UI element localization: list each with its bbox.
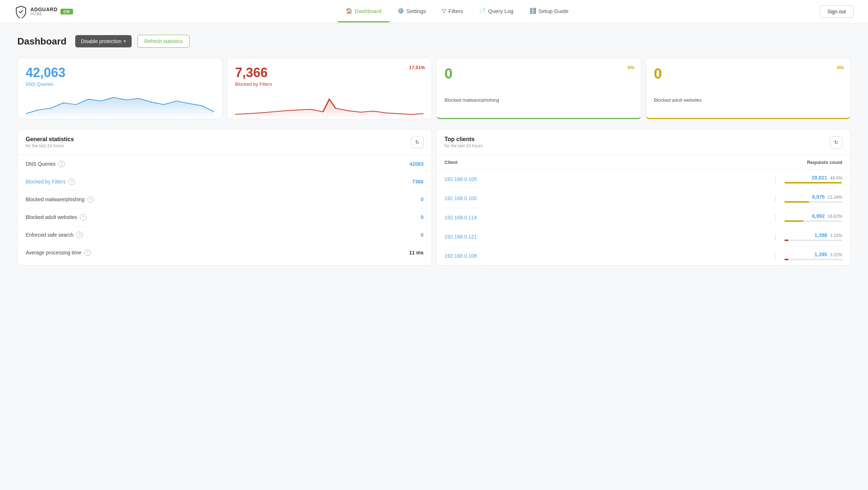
dashboard-header: Dashboard Disable protection ▾ Refresh s…	[17, 35, 851, 48]
client-bar-fill	[784, 220, 804, 222]
client-ip[interactable]: 192.168.0.105	[444, 176, 766, 182]
stats-row-dns-queries: DNS Queries ? 42063	[18, 155, 431, 173]
client-ip[interactable]: 192.168.0.121	[444, 234, 766, 240]
client-count-percent: 49.5%	[830, 176, 842, 181]
general-stats-header: General statistics for the last 24 hours…	[18, 130, 431, 155]
clients-table-header: Client Requests count	[437, 155, 850, 170]
client-menu-icon[interactable]: ⋮	[771, 233, 780, 241]
filter-icon: ▽	[442, 8, 446, 14]
client-count-number: 1,398	[814, 232, 827, 238]
client-menu-icon[interactable]: ⋮	[771, 252, 780, 260]
nav-setup-guide[interactable]: ℹ️ Setup Guide	[522, 0, 576, 22]
disable-protection-button[interactable]: Disable protection ▾	[75, 35, 132, 47]
sign-out-button[interactable]: Sign out	[820, 5, 854, 18]
safe-search-help-icon[interactable]: ?	[76, 232, 83, 238]
client-row: 192.168.0.121 ⋮ 1,398 3.32%	[437, 227, 850, 246]
client-bar-fill	[784, 259, 788, 260]
settings-icon: ⚙️	[397, 8, 404, 14]
stats-avg-value: 11 ms	[409, 250, 424, 255]
stats-list: DNS Queries ? 42063 Blocked by Filters ?…	[18, 155, 431, 261]
top-clients-panel: Top clients for the last 24 hours ↻ Clie…	[436, 129, 851, 266]
client-menu-icon[interactable]: ⋮	[771, 214, 780, 221]
adult-help-icon[interactable]: ?	[80, 214, 86, 220]
general-stats-title: General statistics	[26, 136, 74, 143]
nav-filters[interactable]: ▽ Filters	[434, 0, 471, 22]
avg-help-icon[interactable]: ?	[84, 249, 91, 256]
client-count-number: 6,992	[812, 213, 825, 219]
top-clients-header: Top clients for the last 24 hours ↻	[437, 130, 850, 155]
nav-setup-guide-label: Setup Guide	[539, 8, 569, 14]
log-icon: 📄	[479, 8, 486, 14]
client-ip[interactable]: 192.168.0.114	[444, 215, 766, 220]
stats-row-blocked-filters: Blocked by Filters ? 7366	[18, 173, 431, 191]
client-bar-fill	[784, 240, 788, 241]
stat-cards: 42,063 DNS Queries 17.51% 7,366 Blocked …	[17, 58, 851, 119]
client-bar-track	[784, 182, 842, 183]
client-row: 192.168.0.100 ⋮ 8,975 21.34%	[437, 189, 850, 208]
client-row: 192.168.0.105 ⋮ 20,821 49.5%	[437, 170, 850, 189]
blocked-help-icon[interactable]: ?	[68, 178, 75, 185]
client-menu-icon[interactable]: ⋮	[771, 194, 780, 202]
malware-help-icon[interactable]: ?	[88, 196, 94, 203]
client-count-number: 8,975	[812, 194, 825, 200]
nav-query-log-label: Query Log	[488, 8, 514, 14]
general-stats-subtitle: for the last 24 hours	[26, 143, 74, 148]
refresh-statistics-button[interactable]: Refresh statistics	[137, 35, 190, 48]
client-count-percent: 3.32%	[830, 252, 842, 257]
top-clients-title-group: Top clients for the last 24 hours	[444, 136, 483, 148]
general-stats-refresh-button[interactable]: ↻	[411, 136, 424, 148]
stats-adult-label: Blocked adult websites ?	[26, 214, 86, 220]
client-bar-track	[784, 259, 842, 260]
logo-subtitle: HOME	[30, 12, 58, 16]
stats-safe-search-value: 0	[421, 232, 424, 238]
blocked-filters-chart	[235, 92, 424, 117]
nav-dashboard[interactable]: 🏠 Dashboard	[338, 0, 389, 22]
stats-blocked-label[interactable]: Blocked by Filters ?	[26, 178, 75, 185]
client-bar-fill	[784, 201, 809, 203]
blocked-filters-number: 7,366	[235, 66, 424, 80]
logo: ADGUARD HOME ON	[14, 5, 73, 18]
stats-safe-search-label: Enforced safe search ?	[26, 232, 83, 238]
stats-row-safe-search: Enforced safe search ? 0	[18, 226, 431, 244]
blocked-adult-percent: 0%	[837, 65, 844, 70]
stat-card-blocked-malware: 0% 0 Blocked malware/phishing	[436, 58, 641, 119]
client-count-percent: 16.62%	[827, 214, 842, 219]
page-title: Dashboard	[17, 36, 67, 47]
client-ip[interactable]: 192.168.0.108	[444, 253, 766, 259]
general-stats-title-group: General statistics for the last 24 hours	[26, 136, 74, 148]
client-bar-track	[784, 201, 842, 203]
main-nav: 🏠 Dashboard ⚙️ Settings ▽ Filters 📄 Quer…	[95, 0, 820, 22]
top-clients-subtitle: for the last 24 hours	[444, 143, 483, 148]
top-clients-title: Top clients	[444, 136, 483, 143]
disable-protection-label: Disable protection	[81, 38, 122, 44]
stat-card-dns-queries: 42,063 DNS Queries	[17, 58, 222, 119]
logo-text: ADGUARD HOME	[30, 7, 58, 16]
stats-malware-value: 0	[421, 197, 424, 202]
stats-blocked-value: 7366	[412, 179, 424, 185]
nav-query-log[interactable]: 📄 Query Log	[471, 0, 522, 22]
nav-dashboard-label: Dashboard	[355, 8, 381, 14]
client-count-area: 6,992 16.62%	[784, 213, 842, 222]
client-row: 192.168.0.114 ⋮ 6,992 16.62%	[437, 208, 850, 227]
nav-settings-label: Settings	[407, 8, 426, 14]
stats-avg-label: Average processing time ?	[26, 249, 91, 256]
client-menu-icon[interactable]: ⋮	[771, 175, 780, 183]
dns-queries-number: 42,063	[26, 66, 214, 80]
top-clients-refresh-button[interactable]: ↻	[830, 136, 842, 148]
client-count-percent: 21.34%	[827, 195, 842, 200]
client-count-area: 1,395 3.32%	[784, 252, 842, 260]
client-ip[interactable]: 192.168.0.100	[444, 195, 766, 201]
client-count-number: 1,395	[814, 252, 827, 257]
col-client-label: Client	[444, 160, 807, 165]
stats-adult-value: 0	[421, 214, 424, 220]
blocked-filters-label: Blocked by Filters	[235, 81, 424, 87]
nav-settings[interactable]: ⚙️ Settings	[390, 0, 434, 22]
col-requests-label: Requests count	[807, 160, 842, 165]
nav-filters-label: Filters	[448, 8, 463, 14]
stat-card-blocked-filters: 17.51% 7,366 Blocked by Filters	[227, 58, 432, 119]
client-count-percent: 3.32%	[830, 233, 842, 238]
stat-card-blocked-adult: 0% 0 Blocked adult websites	[646, 58, 851, 119]
protection-status-badge: ON	[60, 9, 73, 14]
header: ADGUARD HOME ON 🏠 Dashboard ⚙️ Settings …	[0, 0, 868, 23]
dns-help-icon[interactable]: ?	[58, 161, 65, 167]
